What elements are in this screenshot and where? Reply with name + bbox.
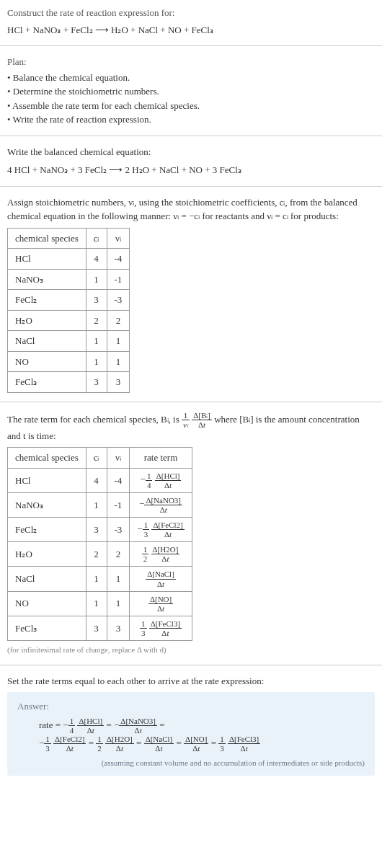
set-equal-text: Set the rate terms equal to each other t… (7, 674, 375, 688)
table-row: H₂O 2 2 12 Δ[H2O]Δt (8, 542, 192, 567)
table-row: NaCl11 (8, 331, 130, 352)
col-header: cᵢ (86, 228, 107, 249)
cell: 1 (86, 351, 107, 372)
table-row: H₂O22 (8, 310, 130, 331)
rate-term-cell: −14 Δ[HCl]Δt (130, 468, 192, 492)
cell: NaCl (8, 331, 86, 352)
table-row: FeCl₂3-3 (8, 290, 130, 311)
cell: 1 (86, 492, 107, 517)
assign-text: Assign stoichiometric numbers, νᵢ, using… (7, 195, 375, 223)
cell: FeCl₃ (8, 372, 86, 393)
prompt-line1: Construct the rate of reaction expressio… (7, 6, 375, 20)
col-header: rate term (130, 448, 192, 469)
col-header: νᵢ (107, 228, 130, 249)
cell: FeCl₃ (8, 616, 86, 640)
rate-term-cell: Δ[NO]Δt (130, 591, 192, 616)
frac-one-over-nu: 1νᵢ (182, 411, 190, 429)
divider (0, 45, 382, 46)
balanced-equation: 4 HCl + NaNO₃ + 3 FeCl₂ ⟶ 2 H₂O + NaCl +… (7, 163, 375, 177)
rate-term-cell: −13 Δ[FeCl2]Δt (130, 518, 192, 542)
table-row: NO 1 1 Δ[NO]Δt (8, 591, 192, 616)
table-row: NaCl 1 1 Δ[NaCl]Δt (8, 567, 192, 591)
cell: NaNO₃ (8, 492, 86, 517)
table-header-row: chemical species cᵢ νᵢ (8, 228, 130, 249)
cell: 4 (86, 249, 107, 270)
table-row: HCl 4 -4 −14 Δ[HCl]Δt (8, 468, 192, 492)
divider (0, 665, 382, 665)
cell: 1 (86, 591, 107, 616)
col-header: νᵢ (107, 448, 130, 469)
cell: NaNO₃ (8, 269, 86, 290)
rate-term-cell: Δ[NaCl]Δt (130, 567, 192, 591)
cell: HCl (8, 249, 86, 270)
cell: NO (8, 351, 86, 372)
cell: -3 (107, 290, 130, 311)
set-equal-section: Set the rate terms equal to each other t… (0, 668, 382, 789)
stoich-table-1: chemical species cᵢ νᵢ HCl4-4 NaNO₃1-1 F… (7, 228, 130, 393)
cell: FeCl₂ (8, 290, 86, 311)
cell: 3 (107, 616, 130, 640)
rate-term-section: The rate term for each chemical species,… (0, 405, 382, 662)
cell: -4 (107, 249, 130, 270)
cell: 4 (86, 468, 107, 492)
cell: 1 (86, 567, 107, 591)
cell: 1 (107, 591, 130, 616)
cell: 3 (86, 290, 107, 311)
cell: 1 (107, 331, 130, 352)
answer-rate-expression: rate = −14 Δ[HCl]Δt = −Δ[NaNO3]Δt = −13 … (17, 717, 365, 753)
reaction-equation: HCl + NaNO₃ + FeCl₂ ⟶ H₂O + NaCl + NO + … (7, 23, 375, 37)
divider (0, 136, 382, 136)
cell: 1 (107, 351, 130, 372)
cell: HCl (8, 468, 86, 492)
cell: 2 (107, 542, 130, 567)
cell: 2 (107, 310, 130, 331)
table-row: FeCl₃33 (8, 372, 130, 393)
divider (0, 402, 382, 402)
stoich-table-2: chemical species cᵢ νᵢ rate term HCl 4 -… (7, 447, 192, 641)
divider (0, 186, 382, 187)
cell: 2 (86, 310, 107, 331)
assign-section: Assign stoichiometric numbers, νᵢ, using… (0, 190, 382, 399)
cell: 1 (86, 331, 107, 352)
cell: 3 (86, 616, 107, 640)
cell: 3 (86, 372, 107, 393)
prompt-section: Construct the rate of reaction expressio… (0, 0, 382, 43)
answer-label: Answer: (17, 699, 365, 714)
answer-box: Answer: rate = −14 Δ[HCl]Δt = −Δ[NaNO3]Δ… (7, 692, 375, 776)
plan-item: • Balance the chemical equation. (7, 71, 375, 85)
cell: 3 (86, 518, 107, 542)
cell: -1 (107, 269, 130, 290)
table-row: NO11 (8, 351, 130, 372)
cell: NO (8, 591, 86, 616)
rate-term-cell: −Δ[NaNO3]Δt (130, 492, 192, 517)
plan-section: Plan: • Balance the chemical equation. •… (0, 49, 382, 133)
cell: 2 (86, 542, 107, 567)
plan-item: • Assemble the rate term for each chemic… (7, 99, 375, 113)
table-header-row: chemical species cᵢ νᵢ rate term (8, 448, 192, 469)
cell: FeCl₂ (8, 518, 86, 542)
rate-term-intro: The rate term for each chemical species,… (7, 411, 375, 443)
intro-pre: The rate term for each chemical species,… (7, 413, 182, 424)
cell: NaCl (8, 567, 86, 591)
table-row: FeCl₃ 3 3 13 Δ[FeCl3]Δt (8, 616, 192, 640)
cell: 1 (86, 269, 107, 290)
cell: -3 (107, 518, 130, 542)
table-row: NaNO₃ 1 -1 −Δ[NaNO3]Δt (8, 492, 192, 517)
cell: 3 (107, 372, 130, 393)
plan-item: • Determine the stoichiometric numbers. (7, 84, 375, 99)
answer-note: (assuming constant volume and no accumul… (17, 757, 365, 769)
table-row: NaNO₃1-1 (8, 269, 130, 290)
cell: -1 (107, 492, 130, 517)
cell: -4 (107, 468, 130, 492)
plan-item: • Write the rate of reaction expression. (7, 112, 375, 127)
rate-term-cell: 13 Δ[FeCl3]Δt (130, 616, 192, 640)
col-header: chemical species (8, 448, 86, 469)
table-row: HCl4-4 (8, 249, 130, 270)
balanced-section: Write the balanced chemical equation: 4 … (0, 139, 382, 183)
frac-delta-b: Δ[Bᵢ]Δt (192, 411, 212, 429)
plan-title: Plan: (7, 55, 375, 69)
balanced-title: Write the balanced chemical equation: (7, 145, 375, 159)
table-row: FeCl₂ 3 -3 −13 Δ[FeCl2]Δt (8, 518, 192, 542)
col-header: cᵢ (86, 448, 107, 469)
footnote: (for infinitesimal rate of change, repla… (7, 644, 375, 656)
